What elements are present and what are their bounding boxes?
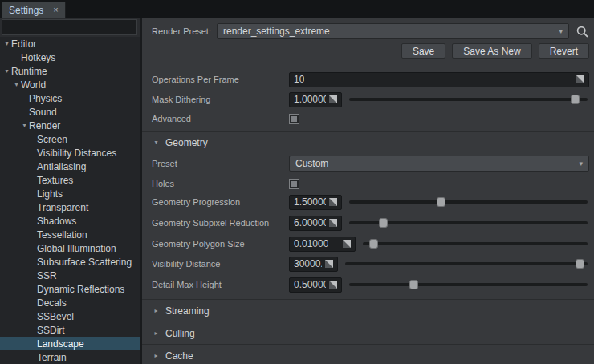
chevron-down-icon[interactable]: ▾ bbox=[2, 67, 11, 75]
sidebar-item-world[interactable]: ▾ World bbox=[0, 78, 140, 91]
slider-track[interactable] bbox=[349, 283, 588, 286]
slider-handle[interactable] bbox=[437, 197, 446, 207]
sidebar-item-runtime[interactable]: ▾ Runtime bbox=[0, 64, 140, 78]
geometry-subpixel-reduction-input[interactable]: 6.00000 bbox=[289, 216, 342, 231]
tree-item-label: Terrain bbox=[37, 352, 67, 363]
value-drag-icon[interactable] bbox=[329, 95, 337, 103]
visibility-distance-input[interactable]: 30000.0 bbox=[289, 257, 338, 272]
revert-button[interactable]: Revert bbox=[539, 43, 589, 59]
render-preset-label: Render Preset: bbox=[152, 26, 217, 36]
chevron-down-icon[interactable]: ▾ bbox=[152, 139, 161, 146]
slider-handle[interactable] bbox=[571, 95, 580, 104]
sidebar-item-render[interactable]: ▾ Render bbox=[0, 119, 140, 132]
detail-max-height-input[interactable]: 0.50000 bbox=[289, 277, 342, 293]
field-value: 0.50000 bbox=[294, 279, 326, 290]
visibility-distance-slider[interactable] bbox=[345, 258, 589, 269]
sidebar-item-ssdirt[interactable]: SSDirt bbox=[0, 323, 140, 337]
value-drag-icon[interactable] bbox=[329, 198, 337, 206]
value-drag-icon[interactable] bbox=[329, 219, 337, 227]
holes-checkbox[interactable] bbox=[289, 179, 299, 189]
render-preset-dropdown[interactable]: render_settings_extreme ▾ bbox=[217, 23, 569, 39]
section-streaming[interactable]: ▸ Streaming bbox=[142, 299, 594, 322]
sidebar-item-visibility-distances[interactable]: Visibility Distances bbox=[0, 146, 140, 160]
mask-dithering-input[interactable]: 1.00000 bbox=[289, 92, 342, 107]
sidebar-item-ssr[interactable]: SSR bbox=[0, 269, 140, 282]
geometry-subpixel-reduction-slider[interactable] bbox=[349, 217, 589, 229]
value-drag-icon[interactable] bbox=[325, 260, 333, 268]
tree-item-label: Runtime bbox=[11, 66, 47, 77]
chevron-right-icon[interactable]: ▸ bbox=[152, 330, 161, 337]
settings-sidebar: ▾ Editor Hotkeys ▾ Runtime ▾ World P bbox=[0, 18, 142, 364]
geometry-polygon-size-row: Geometry Polygon Size 0.01000 bbox=[152, 236, 589, 252]
tree-item-label: SSR bbox=[37, 270, 57, 281]
chevron-right-icon[interactable]: ▸ bbox=[152, 352, 161, 359]
tree-item-label: SSDirt bbox=[37, 325, 65, 336]
section-culling[interactable]: ▸ Culling bbox=[142, 322, 594, 344]
sidebar-item-dynamic-reflections[interactable]: Dynamic Reflections bbox=[0, 282, 140, 296]
sidebar-item-lights[interactable]: Lights bbox=[0, 187, 140, 200]
slider-track[interactable] bbox=[363, 242, 588, 245]
advanced-checkbox[interactable] bbox=[289, 114, 299, 124]
sidebar-item-global-illumination[interactable]: Global Illumination bbox=[0, 241, 140, 255]
geometry-progression-row: Geometry Progression 1.50000 bbox=[152, 194, 589, 210]
tab-settings[interactable]: Settings × bbox=[2, 2, 66, 18]
sidebar-item-hotkeys[interactable]: Hotkeys bbox=[0, 51, 140, 64]
slider-track[interactable] bbox=[349, 200, 588, 204]
render-preset-row: Render Preset: render_settings_extreme ▾ bbox=[152, 23, 589, 39]
field-value: 30000.0 bbox=[294, 258, 322, 269]
sidebar-item-decals[interactable]: Decals bbox=[0, 296, 140, 309]
slider-track[interactable] bbox=[349, 98, 588, 101]
sidebar-item-transparent[interactable]: Transparent bbox=[0, 200, 140, 214]
geometry-polygon-size-input[interactable]: 0.01000 bbox=[289, 237, 356, 252]
chevron-down-icon[interactable]: ▾ bbox=[20, 122, 29, 129]
sidebar-item-subsurface-scattering[interactable]: Subsurface Scattering bbox=[0, 255, 140, 269]
tree-item-label: Physics bbox=[29, 93, 62, 104]
slider-track[interactable] bbox=[345, 262, 588, 265]
sidebar-item-physics[interactable]: Physics bbox=[0, 91, 140, 105]
geometry-preset-dropdown[interactable]: Custom ▾ bbox=[289, 156, 589, 172]
sidebar-item-landscape[interactable]: Landscape bbox=[0, 337, 140, 350]
detail-max-height-slider[interactable] bbox=[349, 279, 589, 290]
tree-item-label: Render bbox=[29, 120, 60, 131]
sidebar-search-input[interactable] bbox=[2, 19, 137, 35]
mask-dithering-row: Mask Dithering 1.00000 bbox=[152, 91, 589, 107]
sidebar-item-antialiasing[interactable]: Antialiasing bbox=[0, 160, 140, 173]
window-body: ▾ Editor Hotkeys ▾ Runtime ▾ World P bbox=[0, 18, 594, 364]
slider-handle[interactable] bbox=[409, 280, 418, 289]
chevron-down-icon[interactable]: ▾ bbox=[12, 81, 21, 88]
render-preset-value: render_settings_extreme bbox=[223, 26, 330, 37]
value-drag-icon[interactable] bbox=[329, 281, 337, 289]
geometry-preset-value: Custom bbox=[295, 158, 328, 169]
sidebar-item-ssbevel[interactable]: SSBevel bbox=[0, 309, 140, 323]
save-as-new-button[interactable]: Save As New bbox=[452, 43, 531, 59]
mask-dithering-slider[interactable] bbox=[349, 94, 589, 105]
geometry-preset-row: Preset Custom ▾ bbox=[152, 156, 589, 172]
save-button[interactable]: Save bbox=[401, 43, 446, 59]
geometry-polygon-size-slider[interactable] bbox=[363, 238, 589, 249]
geometry-progression-input[interactable]: 1.50000 bbox=[289, 195, 342, 210]
geometry-progression-slider[interactable] bbox=[349, 196, 589, 208]
value-drag-icon[interactable] bbox=[343, 240, 351, 248]
tree-item-label: Editor bbox=[11, 38, 36, 50]
slider-handle[interactable] bbox=[369, 239, 378, 249]
sidebar-item-sound[interactable]: Sound bbox=[0, 105, 140, 119]
field-label: Advanced bbox=[152, 114, 289, 123]
sidebar-item-editor[interactable]: ▾ Editor bbox=[0, 37, 140, 51]
chevron-right-icon[interactable]: ▸ bbox=[152, 307, 161, 314]
sidebar-item-textures[interactable]: Textures bbox=[0, 173, 140, 187]
slider-handle[interactable] bbox=[379, 218, 388, 228]
close-icon[interactable]: × bbox=[53, 6, 58, 14]
operations-per-frame-input[interactable]: 10 bbox=[289, 72, 589, 87]
preset-actions: Save Save As New Revert bbox=[152, 43, 589, 59]
tree-item-label: SSBevel bbox=[37, 311, 74, 322]
sidebar-item-shadows[interactable]: Shadows bbox=[0, 214, 140, 228]
section-cache[interactable]: ▸ Cache bbox=[142, 344, 594, 364]
sidebar-item-terrain[interactable]: Terrain bbox=[0, 350, 140, 364]
sidebar-item-tessellation[interactable]: Tessellation bbox=[0, 228, 140, 241]
section-geometry[interactable]: ▾ Geometry bbox=[142, 131, 594, 152]
sidebar-item-screen[interactable]: Screen bbox=[0, 132, 140, 146]
search-icon[interactable] bbox=[576, 25, 589, 38]
value-drag-icon[interactable] bbox=[576, 75, 584, 83]
slider-handle[interactable] bbox=[576, 259, 584, 269]
chevron-down-icon[interactable]: ▾ bbox=[2, 40, 11, 47]
